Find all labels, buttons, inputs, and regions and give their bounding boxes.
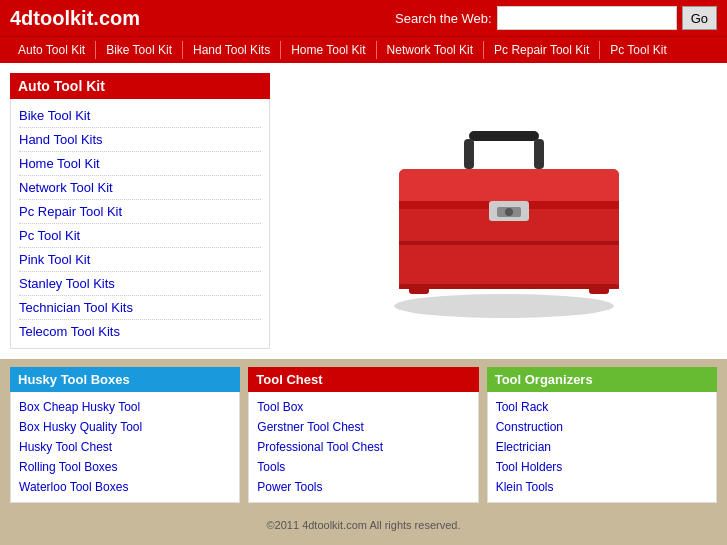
header: 4dtoolkit.com Search the Web: Go xyxy=(0,0,727,36)
main-content: Auto Tool Kit Bike Tool Kit Hand Tool Ki… xyxy=(0,63,727,359)
link-tool-box[interactable]: Tool Box xyxy=(257,397,469,417)
husky-tool-boxes-links: Box Cheap Husky Tool Box Husky Quality T… xyxy=(10,392,240,503)
svg-rect-10 xyxy=(399,241,619,245)
nav-item-network-tool-kit[interactable]: Network Tool Kit xyxy=(377,41,484,59)
svg-rect-1 xyxy=(469,131,539,141)
link-tools[interactable]: Tools xyxy=(257,457,469,477)
nav-item-pc-repair-tool-kit[interactable]: Pc Repair Tool Kit xyxy=(484,41,600,59)
toolbox-image-area xyxy=(280,73,717,349)
tool-organizers-title: Tool Organizers xyxy=(487,367,717,392)
nav-item-pc-tool-kit[interactable]: Pc Tool Kit xyxy=(600,41,676,59)
sidebar-link-home-tool-kit[interactable]: Home Tool Kit xyxy=(19,152,261,176)
link-construction[interactable]: Construction xyxy=(496,417,708,437)
tool-organizers-box: Tool Organizers Tool Rack Construction E… xyxy=(487,367,717,503)
bottom-section: Husky Tool Boxes Box Cheap Husky Tool Bo… xyxy=(0,359,727,511)
search-button[interactable]: Go xyxy=(682,6,717,30)
svg-rect-13 xyxy=(409,286,429,294)
svg-rect-12 xyxy=(399,284,619,289)
nav-item-auto-tool-kit[interactable]: Auto Tool Kit xyxy=(8,41,96,59)
search-area: Search the Web: Go xyxy=(395,6,717,30)
nav-item-home-tool-kit[interactable]: Home Tool Kit xyxy=(281,41,376,59)
tool-chest-box: Tool Chest Tool Box Gerstner Tool Chest … xyxy=(248,367,478,503)
link-husky-tool-chest[interactable]: Husky Tool Chest xyxy=(19,437,231,457)
footer: ©2011 4dtoolkit.com All rights reserved. xyxy=(0,511,727,539)
tool-chest-links: Tool Box Gerstner Tool Chest Professiona… xyxy=(248,392,478,503)
sidebar-link-telecom-tool-kits[interactable]: Telecom Tool Kits xyxy=(19,320,261,343)
sidebar-link-bike-tool-kit[interactable]: Bike Tool Kit xyxy=(19,104,261,128)
sidebar-link-list: Bike Tool Kit Hand Tool Kits Home Tool K… xyxy=(10,99,270,349)
link-power-tools[interactable]: Power Tools xyxy=(257,477,469,497)
link-waterloo-tool-boxes[interactable]: Waterloo Tool Boxes xyxy=(19,477,231,497)
link-gerstner-tool-chest[interactable]: Gerstner Tool Chest xyxy=(257,417,469,437)
search-input[interactable] xyxy=(497,6,677,30)
husky-tool-boxes-box: Husky Tool Boxes Box Cheap Husky Tool Bo… xyxy=(10,367,240,503)
sidebar-link-stanley-tool-kits[interactable]: Stanley Tool Kits xyxy=(19,272,261,296)
footer-text: ©2011 4dtoolkit.com All rights reserved. xyxy=(267,519,461,531)
sidebar-link-hand-tool-kits[interactable]: Hand Tool Kits xyxy=(19,128,261,152)
sidebar-link-network-tool-kit[interactable]: Network Tool Kit xyxy=(19,176,261,200)
link-tool-holders[interactable]: Tool Holders xyxy=(496,457,708,477)
sidebar-title: Auto Tool Kit xyxy=(10,73,270,99)
svg-rect-14 xyxy=(589,286,609,294)
svg-rect-2 xyxy=(464,139,474,169)
svg-point-0 xyxy=(394,294,614,318)
link-electrician[interactable]: Electrician xyxy=(496,437,708,457)
nav-item-hand-tool-kits[interactable]: Hand Tool Kits xyxy=(183,41,281,59)
svg-rect-11 xyxy=(399,245,619,289)
link-rolling-tool-boxes[interactable]: Rolling Tool Boxes xyxy=(19,457,231,477)
search-label: Search the Web: xyxy=(395,11,492,26)
sidebar-link-pc-tool-kit[interactable]: Pc Tool Kit xyxy=(19,224,261,248)
svg-rect-3 xyxy=(534,139,544,169)
nav-item-bike-tool-kit[interactable]: Bike Tool Kit xyxy=(96,41,183,59)
site-title[interactable]: 4dtoolkit.com xyxy=(10,7,140,30)
tool-chest-title: Tool Chest xyxy=(248,367,478,392)
sidebar: Auto Tool Kit Bike Tool Kit Hand Tool Ki… xyxy=(10,73,270,349)
link-box-cheap-husky-tool[interactable]: Box Cheap Husky Tool xyxy=(19,397,231,417)
link-box-husky-quality-tool[interactable]: Box Husky Quality Tool xyxy=(19,417,231,437)
link-professional-tool-chest[interactable]: Professional Tool Chest xyxy=(257,437,469,457)
sidebar-link-pc-repair-tool-kit[interactable]: Pc Repair Tool Kit xyxy=(19,200,261,224)
toolbox-svg xyxy=(349,101,649,321)
tool-organizers-links: Tool Rack Construction Electrician Tool … xyxy=(487,392,717,503)
svg-point-9 xyxy=(505,208,513,216)
sidebar-link-technician-tool-kits[interactable]: Technician Tool Kits xyxy=(19,296,261,320)
nav-bar: Auto Tool Kit Bike Tool Kit Hand Tool Ki… xyxy=(0,36,727,63)
sidebar-link-pink-tool-kit[interactable]: Pink Tool Kit xyxy=(19,248,261,272)
link-klein-tools[interactable]: Klein Tools xyxy=(496,477,708,497)
link-tool-rack[interactable]: Tool Rack xyxy=(496,397,708,417)
husky-tool-boxes-title: Husky Tool Boxes xyxy=(10,367,240,392)
